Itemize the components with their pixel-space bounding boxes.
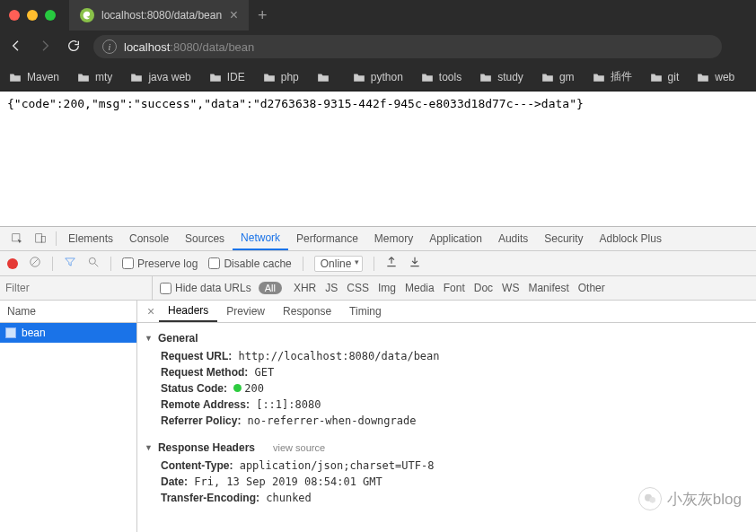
favicon-spring-icon [80,8,94,22]
bookmark-folder[interactable]: python [353,71,403,83]
page-body: {"code":200,"msg":"success","data":"d276… [0,92,756,226]
bookmark-folder[interactable]: php [263,71,299,83]
filter-type-doc[interactable]: Doc [470,282,497,294]
download-har-icon[interactable] [409,256,421,271]
preserve-log-checkbox[interactable]: Preserve log [122,257,198,270]
devtools-tab-adblock-plus[interactable]: Adblock Plus [592,227,670,250]
bookmark-folder[interactable]: web [697,71,734,83]
tab-title: localhost:8080/data/bean [101,9,222,22]
bookmark-folder[interactable]: IDE [209,71,245,83]
general-toggle[interactable]: ▼General [145,332,747,344]
device-toggle-icon[interactable] [29,227,52,250]
devtools-tab-sources[interactable]: Sources [177,227,233,250]
column-header-name[interactable]: Name [0,301,136,323]
filter-type-font[interactable]: Font [439,282,470,294]
window-titlebar: localhost:8080/data/bean × + [0,0,756,31]
bookmark-folder[interactable]: tools [421,71,462,83]
devtools-tab-console[interactable]: Console [121,227,177,250]
filter-type-img[interactable]: Img [374,282,400,294]
close-detail-icon[interactable]: × [143,304,159,318]
browser-tab[interactable]: localhost:8080/data/bean × [69,0,249,31]
bookmark-folder[interactable]: mty [77,71,112,83]
status-dot-icon [233,384,242,392]
detail-tab-timing[interactable]: Timing [340,301,391,322]
site-info-icon[interactable]: i [102,39,117,54]
window-controls [9,10,56,21]
section-general: ▼General Request URL: http://localhost:8… [137,323,756,432]
nav-toolbar: i localhost:8080/data/bean [0,31,756,63]
forward-button[interactable] [38,39,52,56]
view-source-link[interactable]: view source [273,442,325,453]
url-text: localhost:8080/data/bean [124,40,254,54]
network-request-list: Name bean [0,301,137,532]
detail-tab-preview[interactable]: Preview [217,301,274,322]
devtools-tab-network[interactable]: Network [233,227,288,250]
request-detail-panel: × HeadersPreviewResponseTiming ▼General … [137,301,756,532]
filter-toggle-icon[interactable] [64,256,76,271]
filter-type-css[interactable]: CSS [342,282,374,294]
record-button[interactable] [7,258,18,269]
bookmark-folder[interactable] [317,72,335,83]
devtools-body: Name bean × HeadersPreviewResponseTiming… [0,301,756,532]
reload-button[interactable] [66,39,81,56]
network-filter-bar: Hide data URLs All XHRJSCSSImgMediaFontD… [0,276,756,301]
detail-tabs: × HeadersPreviewResponseTiming [137,301,756,323]
filter-type-media[interactable]: Media [400,282,439,294]
bookmark-folder[interactable]: git [650,71,680,83]
devtools-tab-audits[interactable]: Audits [490,227,536,250]
detail-tab-headers[interactable]: Headers [159,301,217,322]
upload-har-icon[interactable] [385,256,398,271]
throttle-select[interactable]: Online [314,256,364,272]
close-window-icon[interactable] [9,10,20,21]
filter-type-ws[interactable]: WS [497,282,523,294]
filter-type-manifest[interactable]: Manifest [523,282,573,294]
devtools-tab-security[interactable]: Security [536,227,591,250]
bookmark-folder[interactable]: study [479,71,523,83]
search-icon[interactable] [87,256,100,271]
request-name: bean [22,327,46,339]
request-row-bean[interactable]: bean [0,323,136,343]
filter-type-js[interactable]: JS [321,282,342,294]
devtools-tab-memory[interactable]: Memory [366,227,421,250]
new-tab-button[interactable]: + [258,6,268,25]
filter-input[interactable] [0,276,153,300]
filter-type-other[interactable]: Other [574,282,610,294]
bookmark-folder[interactable]: java web [130,71,190,83]
clear-button[interactable] [29,256,41,271]
maximize-window-icon[interactable] [45,10,56,21]
hide-data-urls-checkbox[interactable]: Hide data URLs [160,282,251,294]
filter-type-xhr[interactable]: XHR [289,282,321,294]
svg-rect-1 [36,234,42,242]
address-bar[interactable]: i localhost:8080/data/bean [93,35,722,58]
filter-all[interactable]: All [259,282,282,294]
disable-cache-checkbox[interactable]: Disable cache [208,257,291,270]
devtools-tab-application[interactable]: Application [421,227,490,250]
document-icon [5,327,16,338]
svg-point-5 [89,257,95,264]
bookmarks-bar: Mavenmtyjava webIDEphppythontoolsstudygm… [0,63,756,92]
section-response-headers: ▼Response Headersview source Content-Typ… [137,432,756,510]
response-headers-toggle[interactable]: ▼Response Headersview source [145,441,747,454]
svg-line-4 [32,259,39,266]
tab-close-icon[interactable]: × [230,7,238,23]
svg-line-6 [95,264,99,267]
network-toolbar: Preserve log Disable cache Online [0,251,756,276]
back-button[interactable] [9,39,23,56]
devtools-tab-performance[interactable]: Performance [288,227,366,250]
detail-tab-response[interactable]: Response [274,301,340,322]
bookmark-folder[interactable]: Maven [9,71,59,83]
devtools-tab-elements[interactable]: Elements [60,227,121,250]
minimize-window-icon[interactable] [27,10,38,21]
devtools-tabstrip: ElementsConsoleSourcesNetworkPerformance… [0,226,756,251]
bookmark-folder[interactable]: gm [541,71,575,83]
inspect-icon[interactable] [5,227,29,250]
bookmark-folder[interactable]: 插件 [593,69,632,84]
